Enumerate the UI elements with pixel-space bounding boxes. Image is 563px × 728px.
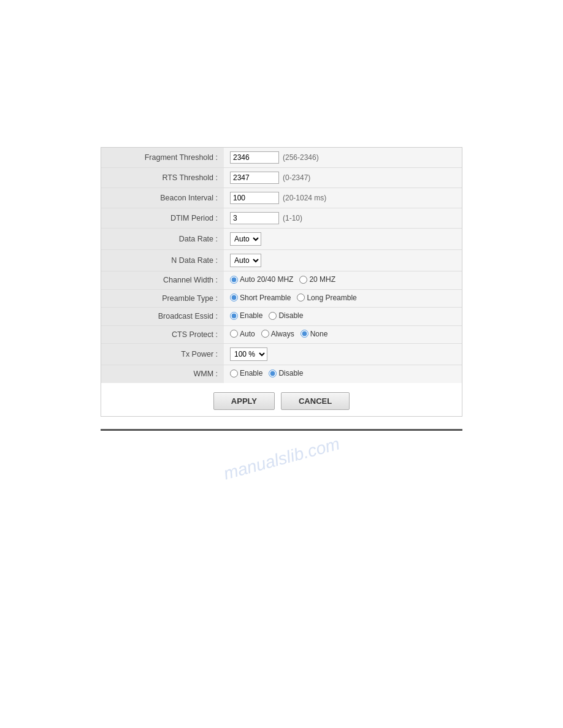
wmm-radio-1[interactable] <box>269 370 277 377</box>
fragment-threshold-value: (256-2346) <box>224 148 462 168</box>
page-wrapper: Fragment Threshold :(256-2346)RTS Thresh… <box>0 0 563 728</box>
wmm-radio-0[interactable] <box>230 370 238 377</box>
fragment-threshold-label: Fragment Threshold : <box>101 148 224 168</box>
channel-width-radio-0[interactable] <box>230 276 238 284</box>
broadcast-essid-value: EnableDisable <box>224 308 462 326</box>
cancel-button[interactable]: CANCEL <box>281 392 350 410</box>
settings-table: Fragment Threshold :(256-2346)RTS Thresh… <box>101 148 462 383</box>
channel-width-label: Channel Width : <box>101 271 224 290</box>
wmm-option-1[interactable]: Disable <box>269 369 303 377</box>
rts-threshold-hint: (0-2347) <box>283 173 310 182</box>
broadcast-essid-label: Broadcast Essid : <box>101 308 224 326</box>
preamble-type-option-0[interactable]: Short Preamble <box>230 294 291 302</box>
channel-width-value: Auto 20/40 MHZ20 MHZ <box>224 271 462 290</box>
broadcast-essid-option-1[interactable]: Disable <box>269 311 303 320</box>
tx-power-label: Tx Power : <box>101 344 224 365</box>
cts-protect-option-2[interactable]: None <box>301 330 328 338</box>
dtim-period-hint: (1-10) <box>283 214 302 222</box>
rts-threshold-label: RTS Threshold : <box>101 168 224 188</box>
broadcast-essid-radio-1[interactable] <box>269 312 277 320</box>
apply-button[interactable]: APPLY <box>213 392 275 410</box>
tx-power-value: 100 %75 %50 %25 % <box>224 344 462 365</box>
channel-width-option-1[interactable]: 20 MHZ <box>299 275 335 284</box>
wmm-option-0[interactable]: Enable <box>230 369 262 377</box>
rts-threshold-value: (0-2347) <box>224 168 462 188</box>
beacon-interval-label: Beacon Interval : <box>101 188 224 208</box>
preamble-type-label: Preamble Type : <box>101 289 224 308</box>
data-rate-select[interactable]: Auto <box>230 232 261 246</box>
cts-protect-option-1[interactable]: Always <box>261 330 294 338</box>
tx-power-select[interactable]: 100 %75 %50 %25 % <box>230 347 267 361</box>
preamble-type-value: Short PreambleLong Preamble <box>224 289 462 308</box>
data-rate-value: Auto <box>224 229 462 250</box>
dtim-period-value: (1-10) <box>224 208 462 229</box>
wmm-value: EnableDisable <box>224 365 462 383</box>
beacon-interval-hint: (20-1024 ms) <box>283 194 326 202</box>
fragment-threshold-input[interactable] <box>230 151 279 164</box>
watermark: manualslib.com <box>221 434 342 483</box>
broadcast-essid-radio-0[interactable] <box>230 312 238 320</box>
cts-protect-radio-1[interactable] <box>261 330 269 338</box>
n-data-rate-select[interactable]: Auto <box>230 254 261 267</box>
cts-protect-option-0[interactable]: Auto <box>230 330 255 338</box>
preamble-type-radio-0[interactable] <box>230 294 238 301</box>
dtim-period-input[interactable] <box>230 212 279 224</box>
broadcast-essid-option-0[interactable]: Enable <box>230 311 262 320</box>
form-container: Fragment Threshold :(256-2346)RTS Thresh… <box>101 147 462 417</box>
n-data-rate-value: Auto <box>224 250 462 271</box>
channel-width-radio-1[interactable] <box>299 276 307 284</box>
channel-width-option-0[interactable]: Auto 20/40 MHZ <box>230 275 293 284</box>
n-data-rate-label: N Data Rate : <box>101 250 224 271</box>
preamble-type-option-1[interactable]: Long Preamble <box>297 294 356 302</box>
wmm-label: WMM : <box>101 365 224 383</box>
data-rate-label: Data Rate : <box>101 229 224 250</box>
rts-threshold-input[interactable] <box>230 172 279 184</box>
cts-protect-label: CTS Protect : <box>101 325 224 344</box>
cts-protect-radio-0[interactable] <box>230 330 238 338</box>
cts-protect-value: AutoAlwaysNone <box>224 325 462 344</box>
beacon-interval-value: (20-1024 ms) <box>224 188 462 208</box>
button-row: APPLY CANCEL <box>101 383 462 416</box>
preamble-type-radio-1[interactable] <box>297 294 305 301</box>
fragment-threshold-hint: (256-2346) <box>283 153 319 162</box>
dtim-period-label: DTIM Period : <box>101 208 224 229</box>
beacon-interval-input[interactable] <box>230 192 279 204</box>
cts-protect-radio-2[interactable] <box>301 330 308 338</box>
divider-line <box>101 429 462 431</box>
